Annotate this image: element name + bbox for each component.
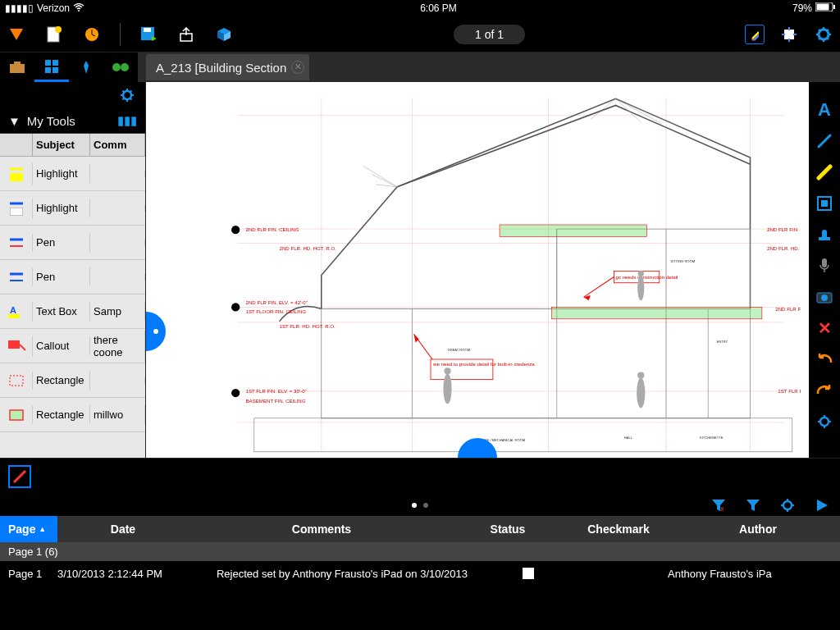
- col-checkmark[interactable]: Checkmark: [561, 523, 676, 536]
- svg-point-88: [821, 294, 828, 301]
- svg-text:we need to provide detail for : we need to provide detail for built-in c…: [432, 361, 535, 367]
- shape-tool[interactable]: [815, 194, 834, 213]
- svg-rect-43: [254, 418, 792, 452]
- close-tab-icon[interactable]: ×: [291, 61, 304, 74]
- list-item[interactable]: Rectangle: [0, 363, 145, 398]
- cell-date: 3/10/2013 2:12:44 PM: [57, 568, 197, 580]
- fit-view-button[interactable]: [779, 25, 799, 44]
- status-checkbox[interactable]: [523, 568, 534, 579]
- active-tool-thumb[interactable]: [8, 465, 31, 488]
- settings-button[interactable]: [814, 25, 833, 44]
- columns-icon[interactable]: ▮▮▮: [117, 113, 137, 128]
- list-item[interactable]: Pen: [0, 260, 145, 294]
- list-item[interactable]: A Text Box Samp: [0, 294, 145, 329]
- svg-point-81: [637, 378, 645, 409]
- markup-tools-button[interactable]: [745, 25, 765, 44]
- svg-point-24: [112, 63, 121, 71]
- camera-tool[interactable]: [815, 287, 834, 307]
- 3d-view-button[interactable]: [214, 25, 234, 44]
- svg-text:GREAT ROOM: GREAT ROOM: [448, 348, 471, 352]
- mic-tool[interactable]: [815, 256, 834, 276]
- svg-point-93: [783, 501, 792, 509]
- filter-button[interactable]: [743, 495, 763, 515]
- thumbnails-tab[interactable]: [34, 52, 69, 82]
- revisions-button[interactable]: [82, 25, 102, 44]
- pager: x: [0, 495, 840, 516]
- clock: 6:06 PM: [420, 2, 457, 14]
- list-group-header[interactable]: Page 1 (6): [0, 542, 840, 561]
- svg-text:ENTRY: ENTRY: [717, 340, 728, 344]
- page-indicator[interactable]: 1 of 1: [454, 25, 525, 44]
- stamp-tool[interactable]: [815, 225, 834, 244]
- list-item[interactable]: Rectangle millwo: [0, 398, 145, 432]
- svg-rect-39: [10, 410, 23, 420]
- list-item[interactable]: Callout there coone: [0, 329, 145, 363]
- svg-marker-4: [10, 29, 23, 40]
- pager-dot[interactable]: [412, 503, 417, 508]
- toolchest-tab[interactable]: [0, 52, 34, 82]
- svg-rect-36: [8, 314, 20, 318]
- new-doc-button[interactable]: [44, 25, 64, 44]
- undo-button[interactable]: [815, 349, 834, 369]
- list-item[interactable]: Highlight: [0, 157, 145, 191]
- svg-rect-85: [819, 237, 830, 240]
- redo-button[interactable]: [815, 381, 834, 400]
- carrier-label: Verizon: [37, 2, 70, 14]
- col-status[interactable]: Status: [454, 523, 561, 536]
- building-section-drawing: we need to provide detail for built-in c…: [195, 90, 801, 458]
- svg-rect-84: [821, 200, 828, 207]
- col-page[interactable]: Page ▲: [0, 516, 57, 542]
- svg-rect-50: [552, 307, 762, 318]
- svg-marker-53: [414, 334, 419, 342]
- svg-text:2ND FLR FIN.: 2ND FLR FIN.: [775, 306, 801, 312]
- document-tab-bar: A_213 [Building Section ×: [138, 52, 840, 82]
- panel-settings-icon[interactable]: [117, 85, 137, 105]
- battery-pct: 79%: [792, 2, 812, 14]
- tool-settings-button[interactable]: [815, 412, 834, 431]
- svg-point-58: [231, 303, 240, 311]
- play-button[interactable]: [812, 495, 832, 515]
- places-tab[interactable]: [103, 52, 138, 82]
- divider: [120, 23, 121, 46]
- svg-text:SITTING ROOM: SITTING ROOM: [670, 259, 696, 263]
- svg-rect-28: [10, 173, 23, 181]
- cell-page: Page 1: [8, 568, 57, 580]
- cell-author: Anthony Frausto's iPa: [668, 568, 832, 580]
- svg-point-0: [78, 10, 80, 11]
- svg-rect-20: [45, 60, 51, 66]
- text-tool[interactable]: A: [815, 100, 834, 120]
- svg-rect-38: [10, 376, 23, 386]
- svg-text:BASEMENT FIN. CEILING: BASEMENT FIN. CEILING: [246, 398, 306, 404]
- list-item[interactable]: Highlight: [0, 191, 145, 226]
- svg-text:2ND FLR. HD. HGT. R.O.: 2ND FLR. HD. HGT. R.O.: [767, 245, 801, 251]
- svg-text:2ND FLR. HD. HGT. R.O.: 2ND FLR. HD. HGT. R.O.: [280, 245, 337, 251]
- cell-status: [487, 568, 569, 579]
- list-settings-button[interactable]: [778, 495, 797, 515]
- table-row[interactable]: Page 1 3/10/2013 2:12:44 PM Rejected set…: [0, 561, 840, 610]
- svg-rect-30: [10, 208, 23, 216]
- save-button[interactable]: [139, 25, 158, 44]
- drawing-canvas[interactable]: we need to provide detail for built-in c…: [146, 82, 809, 458]
- svg-rect-37: [8, 340, 20, 349]
- col-author[interactable]: Author: [676, 523, 840, 536]
- svg-rect-22: [45, 67, 51, 73]
- svg-point-25: [121, 63, 129, 71]
- tools-table: Subject Comm Highlight Highlight Pen Pen: [0, 134, 145, 458]
- pins-tab[interactable]: [69, 52, 103, 82]
- document-tab[interactable]: A_213 [Building Section ×: [146, 54, 309, 80]
- highlighter-tool[interactable]: [815, 162, 834, 182]
- pen-tool[interactable]: [815, 131, 834, 151]
- panel-title-row[interactable]: ▼ My Tools ▮▮▮: [0, 108, 145, 134]
- svg-text:1ST FLOOR FIN. CEILING: 1ST FLOOR FIN. CEILING: [246, 308, 307, 314]
- filter-clear-button[interactable]: x: [709, 495, 728, 515]
- svg-rect-9: [144, 28, 151, 32]
- delete-tool[interactable]: ✕: [815, 318, 834, 338]
- cell-comments: Rejected set by Anthony Frausto's iPad o…: [197, 568, 487, 580]
- list-item[interactable]: Pen: [0, 226, 145, 260]
- pager-dot[interactable]: [423, 503, 428, 508]
- col-date[interactable]: Date: [57, 523, 189, 536]
- col-comments[interactable]: Comments: [189, 523, 454, 536]
- menu-button[interactable]: [7, 25, 26, 44]
- svg-text:A: A: [10, 305, 16, 315]
- share-button[interactable]: [176, 25, 196, 44]
